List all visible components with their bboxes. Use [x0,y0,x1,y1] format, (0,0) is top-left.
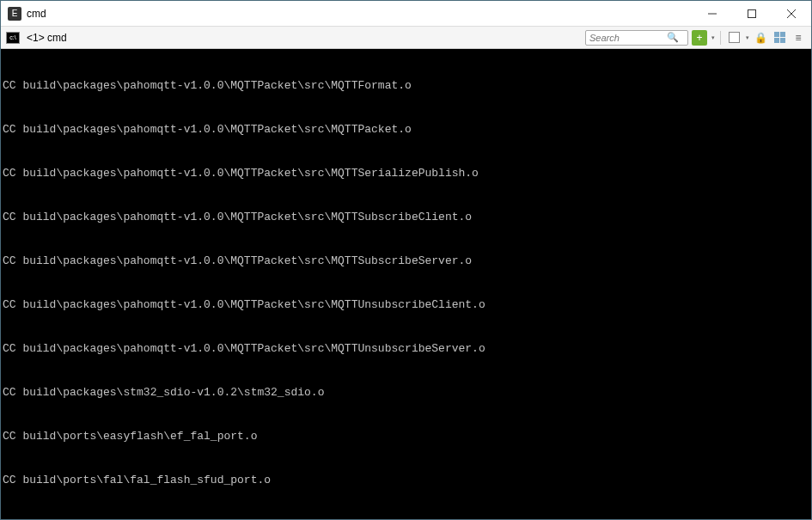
output-line: CC build\packages\pahomqtt-v1.0.0\MQTTPa… [3,341,809,356]
layout-button[interactable] [772,30,787,46]
close-button[interactable] [772,1,811,27]
menu-icon: ≡ [795,32,801,44]
app-icon: E [8,7,21,21]
separator [720,31,721,45]
window-title: cmd [27,8,693,20]
output-line: CC build\ports\fal\fal_flash_stm32l4_por… [3,517,809,519]
output-line: CC build\packages\pahomqtt-v1.0.0\MQTTPa… [3,254,809,268]
view-dropdown-icon[interactable]: ▾ [746,34,749,41]
output-line: CC build\packages\pahomqtt-v1.0.0\MQTTPa… [3,166,809,180]
search-box[interactable]: 🔍 [585,30,688,46]
lock-icon: 🔒 [754,32,767,44]
lock-button[interactable]: 🔒 [753,30,768,46]
svg-rect-1 [748,9,756,17]
minimize-button[interactable] [693,1,732,27]
output-line: CC build\packages\pahomqtt-v1.0.0\MQTTPa… [3,210,809,224]
search-icon: 🔍 [667,32,679,43]
tab-icon: c:\ [6,32,20,44]
terminal[interactable]: CC build\packages\pahomqtt-v1.0.0\MQTTPa… [1,49,811,519]
grid-icon [774,32,785,43]
maximize-button[interactable] [732,1,772,27]
output-line: CC build\packages\stm32_sdio-v1.0.2\stm3… [3,385,809,400]
maximize-icon [748,9,756,18]
search-input[interactable] [589,33,667,43]
add-button[interactable]: + [692,30,707,46]
output-line: CC build\ports\fal\fal_flash_sfud_port.o [3,473,809,487]
output-line: CC build\packages\pahomqtt-v1.0.0\MQTTPa… [3,297,809,312]
output-line: CC build\packages\pahomqtt-v1.0.0\MQTTPa… [3,78,809,93]
view-button[interactable] [726,30,742,46]
box-icon [729,32,740,43]
tab-label[interactable]: <1> cmd [27,32,582,44]
minimize-icon [708,9,717,18]
titlebar: E cmd [1,1,811,27]
toolbar: c:\ <1> cmd 🔍 + ▾ ▾ 🔒 ≡ [1,27,811,49]
output-line: CC build\ports\easyflash\ef_fal_port.o [3,429,809,444]
add-dropdown-icon[interactable]: ▾ [711,34,715,41]
close-icon [787,9,796,18]
output-line: CC build\packages\pahomqtt-v1.0.0\MQTTPa… [3,122,809,137]
menu-button[interactable]: ≡ [791,30,806,46]
